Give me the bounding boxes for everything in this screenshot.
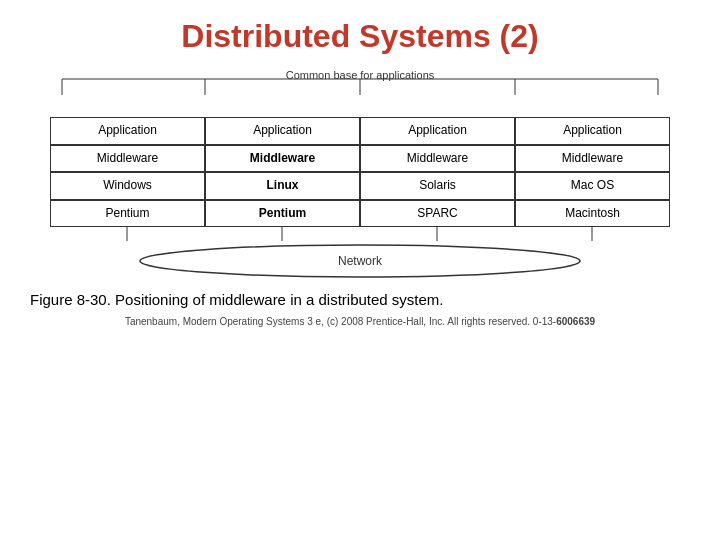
svg-text:Network: Network xyxy=(338,254,383,268)
cell-app-4: Application xyxy=(515,117,670,145)
cell-hw-1: Pentium xyxy=(50,200,205,228)
grid-area: Application Application Application Appl… xyxy=(50,117,670,227)
cell-mw-1: Middleware xyxy=(50,145,205,173)
network-lines-svg: Network xyxy=(50,227,670,279)
cell-os-4: Mac OS xyxy=(515,172,670,200)
cell-mw-4: Middleware xyxy=(515,145,670,173)
figure-caption-text: Figure 8-30. Positioning of middleware i… xyxy=(30,291,444,308)
cell-app-2: Application xyxy=(205,117,360,145)
page-container: Distributed Systems (2) Common xyxy=(0,0,720,540)
hardware-row: Pentium Pentium SPARC Macintosh xyxy=(50,200,670,228)
cell-hw-4: Macintosh xyxy=(515,200,670,228)
attribution-text: Tanenbaum, Modern Operating Systems 3 e,… xyxy=(125,316,556,327)
common-base-label: Common base for applications xyxy=(286,69,435,81)
page-title: Distributed Systems (2) xyxy=(181,18,538,55)
application-row: Application Application Application Appl… xyxy=(50,117,670,145)
figure-caption: Figure 8-30. Positioning of middleware i… xyxy=(30,291,690,308)
cell-os-3: Solaris xyxy=(360,172,515,200)
os-row: Windows Linux Solaris Mac OS xyxy=(50,172,670,200)
cell-hw-2: Pentium xyxy=(205,200,360,228)
cell-hw-3: SPARC xyxy=(360,200,515,228)
cell-app-3: Application xyxy=(360,117,515,145)
cell-os-2: Linux xyxy=(205,172,360,200)
cell-mw-3: Middleware xyxy=(360,145,515,173)
attribution: Tanenbaum, Modern Operating Systems 3 e,… xyxy=(125,316,595,327)
diagram-container: Common base for applications Application… xyxy=(30,69,690,279)
middleware-row: Middleware Middleware Middleware Middlew… xyxy=(50,145,670,173)
cell-os-1: Windows xyxy=(50,172,205,200)
cell-app-1: Application xyxy=(50,117,205,145)
cell-mw-2: Middleware xyxy=(205,145,360,173)
attribution-bold-text: 6006639 xyxy=(556,316,595,327)
